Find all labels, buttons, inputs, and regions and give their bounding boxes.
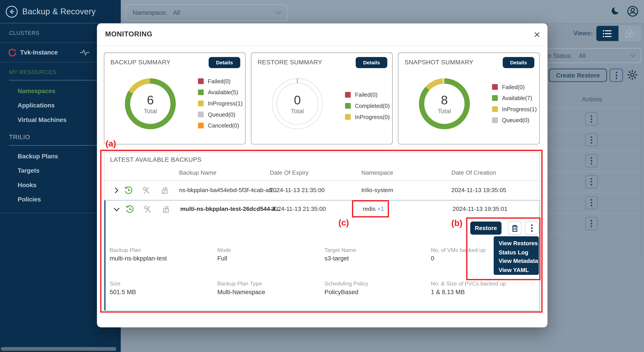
annotation-box-b: [466, 217, 540, 280]
account-button[interactable]: [627, 5, 639, 19]
backup-donut-chart: 6 Total: [125, 78, 176, 129]
snapshot-donut-chart: 8 Total: [419, 78, 470, 129]
kebab-icon: [616, 72, 617, 79]
views-label: Views:: [573, 29, 593, 36]
card-title: RESTORE SUMMARY: [258, 59, 322, 66]
donut-center: 6 Total: [130, 84, 170, 124]
snapshot-summary-card: SNAPSHOT SUMMARY Details 8 Total Failed(…: [398, 52, 540, 144]
table-row: [543, 130, 641, 151]
donut-center: 8 Total: [424, 84, 464, 124]
donut-center: 0 Total: [276, 83, 318, 125]
dark-mode-toggle[interactable]: [610, 5, 622, 18]
instance-label: Tvk-Instance: [20, 49, 58, 56]
screen: Namespace: All Views:: [0, 0, 644, 352]
moon-icon: [610, 5, 622, 16]
actions-column-header: Actions: [543, 89, 641, 109]
namespace-dropdown[interactable]: Namespace: All: [125, 4, 288, 21]
legend-item: InProgress(0): [345, 114, 390, 120]
legend-swatch: [492, 84, 498, 90]
trilio-logo-icon: [8, 48, 16, 56]
legend-swatch: [198, 89, 204, 95]
gear-icon: [627, 69, 638, 80]
legend-label: Queued(0): [208, 111, 235, 118]
donut-tick: [297, 78, 298, 83]
back-button[interactable]: [6, 5, 18, 17]
row-kebab-button[interactable]: [585, 133, 598, 147]
kebab-icon: [590, 220, 592, 227]
namespace-label: Namespace:: [132, 9, 167, 16]
annotation-label-c: (c): [338, 218, 349, 228]
close-icon[interactable]: ×: [534, 29, 540, 40]
background-table: Actions: [543, 89, 642, 258]
legend: Failed(0) Available(7) InProgress(1) Que…: [492, 84, 537, 123]
legend-item: Available(5): [198, 89, 242, 95]
app-title: Backup & Recovery: [22, 7, 96, 16]
status-filter-dropdown[interactable]: n Status: All: [543, 48, 642, 63]
chevron-down-icon: [276, 8, 281, 14]
restore-details-button[interactable]: Details: [356, 57, 387, 68]
horizontal-scrollbar[interactable]: [1, 347, 116, 351]
legend-item: Queued(0): [198, 112, 242, 118]
legend-label: Queued(0): [502, 117, 529, 123]
legend-item: InProgress(1): [198, 101, 242, 106]
legend-swatch: [345, 114, 351, 120]
donut-total: 6: [147, 93, 154, 107]
legend-swatch: [198, 101, 204, 106]
legend-label: Failed(0): [355, 92, 378, 98]
annotation-label-b: (b): [452, 218, 462, 228]
row-kebab-button[interactable]: [585, 196, 598, 209]
kebab-icon: [590, 178, 592, 185]
legend-swatch: [198, 78, 204, 84]
legend-item: Available(7): [492, 95, 537, 101]
arrow-left-icon: [9, 8, 15, 15]
donut-total-label: Total: [438, 107, 451, 114]
status-filter-value: All: [579, 52, 586, 59]
annotation-label-a: (a): [106, 139, 116, 149]
legend-swatch: [198, 112, 204, 118]
backup-summary-card: BACKUP SUMMARY Details 6 Total Failed(0)…: [104, 52, 246, 144]
legend-swatch: [198, 123, 204, 128]
legend-item: Completed(0): [345, 103, 390, 109]
legend-label: Completed(0): [355, 103, 390, 109]
row-kebab-button[interactable]: [585, 175, 598, 188]
user-avatar-icon: [627, 5, 639, 17]
legend-swatch: [492, 95, 498, 101]
row-kebab-button[interactable]: [585, 112, 598, 126]
grid-view-button[interactable]: [618, 26, 641, 41]
modal-title: MONITORING: [105, 30, 152, 39]
legend-item: Queued(0): [492, 117, 537, 123]
legend-item: Failed(0): [345, 92, 390, 98]
donut-total: 8: [441, 93, 448, 107]
status-filter-label: n Status:: [548, 52, 572, 59]
legend-item: Failed(0): [492, 84, 537, 90]
view-toggle: [596, 26, 641, 41]
table-row: [543, 109, 641, 130]
backup-details-button[interactable]: Details: [209, 57, 240, 68]
legend-label: Available(7): [502, 95, 532, 101]
legend-item: InProgress(1): [492, 106, 537, 112]
settings-button[interactable]: [627, 69, 638, 82]
snapshot-details-button[interactable]: Details: [503, 57, 534, 68]
row-kebab-button[interactable]: [585, 217, 598, 230]
table-row: [543, 213, 641, 234]
list-view-button[interactable]: [596, 26, 618, 41]
legend-label: InProgress(1): [502, 106, 537, 112]
legend-item: Canceled(0): [198, 123, 242, 128]
legend-label: Canceled(0): [208, 122, 239, 129]
toolbar-kebab-button[interactable]: [610, 69, 623, 82]
create-restore-button[interactable]: Create Restore: [549, 69, 607, 82]
honeycomb-view-icon: [624, 28, 636, 39]
table-row: [543, 172, 641, 192]
card-title: SNAPSHOT SUMMARY: [404, 59, 474, 66]
card-title: BACKUP SUMMARY: [110, 59, 170, 66]
donut-total: 0: [294, 93, 301, 107]
namespace-value: All: [173, 9, 180, 16]
app-root: Namespace: All Views:: [0, 0, 644, 352]
summary-cards: BACKUP SUMMARY Details 6 Total Failed(0)…: [104, 52, 540, 144]
legend-label: Available(5): [208, 89, 238, 96]
annotation-box-c: [352, 200, 389, 217]
legend-label: InProgress(1): [208, 100, 242, 107]
chevron-down-icon: [630, 52, 636, 57]
legend-item: Failed(0): [198, 78, 242, 84]
row-kebab-button[interactable]: [585, 154, 598, 168]
